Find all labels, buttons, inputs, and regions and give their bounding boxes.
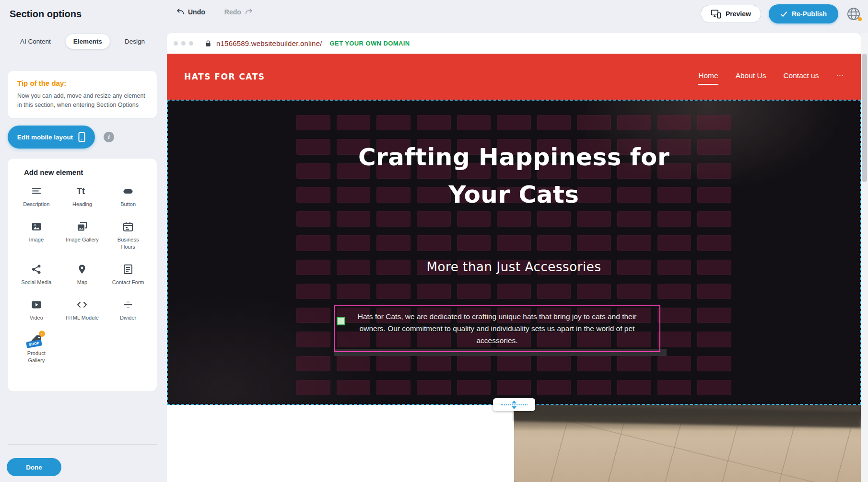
hero-tile — [617, 356, 651, 371]
hero-tile — [497, 380, 531, 395]
browser-dots-icon — [174, 41, 193, 46]
hero-tile — [417, 284, 451, 299]
hero-subheading[interactable]: More than Just Accessories — [168, 260, 860, 274]
hero-tile — [697, 211, 731, 227]
element-item-image[interactable]: Image — [13, 220, 59, 250]
site-nav: Home About Us Contact us ⋯ — [698, 71, 844, 82]
element-item-heading[interactable]: Tt Heading — [59, 185, 106, 207]
hero-tile — [337, 115, 371, 130]
element-item-business-hours[interactable]: Business Hours — [105, 220, 151, 250]
hero-tile — [497, 356, 531, 371]
redo-button[interactable]: Redo — [224, 8, 253, 16]
svg-text:Tt: Tt — [77, 186, 85, 196]
map-icon — [76, 263, 88, 275]
hero-paragraph-selected[interactable]: Hats for Cats, we are dedicated to craft… — [334, 305, 660, 352]
tip-card: Tip of the day: Now you can add, move an… — [8, 71, 157, 118]
sidebar-tabs: AI Content Elements Design — [12, 34, 152, 49]
element-item-contact-form[interactable]: Contact Form — [105, 263, 151, 286]
section-resize-handle[interactable] — [493, 398, 535, 411]
tab-elements[interactable]: Elements — [65, 34, 110, 49]
devices-icon — [711, 9, 721, 19]
hero-tile — [617, 284, 651, 299]
hero-tile — [417, 235, 451, 251]
hero-tile — [417, 356, 451, 371]
element-item-video[interactable]: Video — [13, 298, 59, 321]
nav-item-home[interactable]: Home — [698, 71, 718, 82]
done-button[interactable]: Done — [7, 458, 61, 476]
site-header[interactable]: HATS FOR CATS Home About Us Contact us ⋯ — [167, 54, 861, 100]
hero-tile — [337, 380, 371, 395]
hero-section[interactable]: Crafting Happiness for Your Cats More th… — [167, 100, 861, 405]
hero-tile — [657, 308, 692, 323]
get-domain-link[interactable]: GET YOUR OWN DOMAIN — [330, 40, 410, 47]
scrollbar-thumb[interactable] — [862, 54, 867, 182]
dotted-line — [501, 404, 528, 405]
hero-tile — [457, 211, 491, 227]
edit-mobile-layout-button[interactable]: Edit mobile layout — [8, 126, 95, 149]
lock-icon — [205, 40, 211, 47]
hero-tile — [457, 284, 491, 299]
redo-label: Redo — [224, 8, 241, 16]
element-item-button[interactable]: Button — [105, 185, 151, 207]
nav-item-about-us[interactable]: About Us — [736, 71, 766, 82]
preview-button[interactable]: Preview — [701, 5, 761, 23]
next-section[interactable] — [167, 405, 861, 482]
language-globe-button[interactable] — [846, 6, 861, 22]
hero-tile — [577, 211, 611, 227]
tab-design[interactable]: Design — [117, 34, 152, 49]
element-item-description[interactable]: Description — [13, 185, 59, 207]
nav-item-contact-us[interactable]: Contact us — [783, 71, 819, 82]
browser-bar: n1566589.websitebuilder.online/ GET YOUR… — [167, 33, 861, 54]
description-icon — [31, 185, 42, 197]
site-url[interactable]: n1566589.websitebuilder.online/ — [216, 39, 322, 47]
hero-tile — [617, 235, 651, 251]
hero-tile — [537, 211, 571, 227]
stone-floor-image — [514, 405, 861, 482]
republish-button[interactable]: Re-Publish — [769, 4, 838, 23]
hero-tile — [577, 235, 611, 251]
element-item-product-gallery[interactable]: ↑ SHOP Product Gallery — [13, 334, 59, 364]
hero-tile — [337, 284, 371, 299]
hero-tile — [376, 211, 411, 227]
hero-tile — [376, 380, 411, 395]
hero-tile — [337, 235, 371, 251]
undo-button[interactable]: Undo — [176, 8, 205, 16]
hero-tile — [537, 284, 571, 299]
hero-tile — [697, 308, 731, 323]
hero-heading[interactable]: Crafting Happiness for Your Cats — [168, 139, 860, 213]
resize-handle-icon[interactable] — [337, 317, 345, 325]
info-icon[interactable]: i — [104, 132, 114, 142]
tab-ai-content[interactable]: AI Content — [12, 34, 59, 49]
hero-tile — [457, 380, 491, 395]
preview-label: Preview — [726, 10, 751, 18]
notification-dot — [858, 17, 862, 21]
hero-tile — [337, 356, 371, 371]
html-module-icon — [76, 298, 88, 311]
divider-icon — [122, 298, 134, 311]
hero-tile — [697, 356, 731, 371]
video-icon — [31, 298, 42, 311]
undo-icon — [176, 8, 185, 16]
hero-tile — [296, 332, 330, 347]
image-icon — [31, 220, 42, 233]
hero-tile — [657, 284, 692, 299]
redo-icon — [245, 8, 253, 16]
element-item-map[interactable]: Map — [59, 263, 106, 286]
hero-tile — [497, 284, 531, 299]
element-item-divider[interactable]: Divider — [105, 298, 151, 321]
hero-tile — [657, 356, 692, 371]
hero-tile — [457, 356, 491, 371]
hero-tile — [296, 356, 330, 371]
nav-more-icon[interactable]: ⋯ — [836, 71, 844, 82]
site-logo[interactable]: HATS FOR CATS — [184, 72, 265, 81]
sidebar-divider — [8, 444, 157, 445]
element-item-image-gallery[interactable]: Image Gallery — [59, 220, 106, 250]
hero-tile — [657, 380, 692, 395]
hero-tile — [617, 211, 651, 227]
hero-paragraph-text: Hats for Cats, we are dedicated to craft… — [345, 310, 649, 346]
arrow-up-icon — [512, 401, 516, 403]
element-item-social-media[interactable]: Social Media — [13, 263, 59, 286]
topbar-actions: Preview Re-Publish — [701, 4, 861, 23]
tip-body: Now you can add, move and resize any ele… — [17, 92, 147, 110]
element-item-html-module[interactable]: HTML Module — [59, 298, 106, 321]
